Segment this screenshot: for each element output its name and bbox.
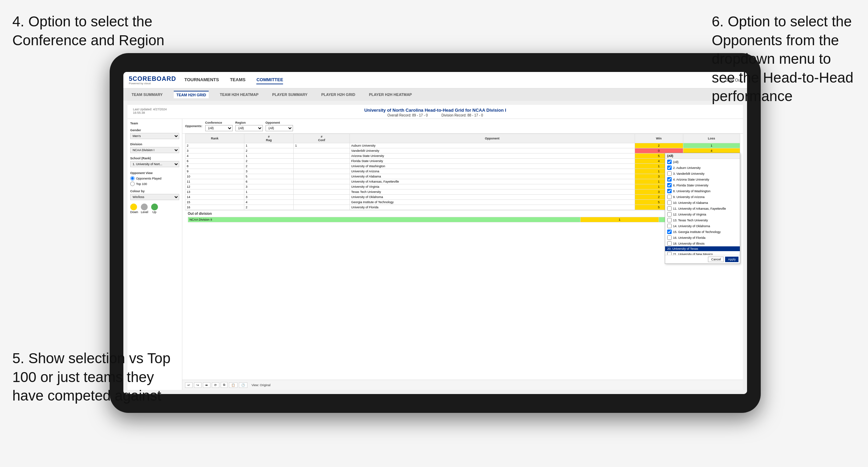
tablet-device: 5COREBOARD Powered by cloud TOURNAMENTS … (110, 53, 761, 413)
radio-group: Opponents Played Top 100 (130, 176, 179, 186)
table-area: Rank #Rag #Conf Opponent Win Loss (182, 134, 743, 380)
school-label: School (Rank) (130, 157, 179, 160)
dropdown-item-15[interactable]: 21. University of New Mexico (665, 251, 740, 255)
dropdown-item-1[interactable]: 2. Auburn University (665, 165, 740, 171)
apply-button[interactable]: Apply (725, 257, 738, 262)
table-row: 2 1 1 Auburn University 2 1 (185, 143, 740, 148)
nav-items: TOURNAMENTS TEAMS COMMITTEE (184, 76, 283, 84)
opponent-filter: Opponent (All) (266, 121, 293, 131)
col-opponent: Opponent (350, 134, 635, 143)
dropdown-item-2[interactable]: 3. Vanderbilt University (665, 171, 740, 176)
col-win: Win (635, 134, 683, 143)
dropdown-item-11[interactable]: 14. University of Oklahoma (665, 223, 740, 229)
dropdown-footer: Cancel Apply (665, 255, 740, 263)
gender-select[interactable]: Men's (130, 133, 179, 139)
right-content: Opponents: Conference (All) Region ( (182, 119, 743, 390)
conference-label: Conference (205, 121, 233, 124)
dropdown-item-5[interactable]: 8. University of Washington (665, 188, 740, 194)
panel-body: Team Gender Men's Division NCAA Division… (127, 119, 743, 390)
tablet-screen: 5COREBOARD Powered by cloud TOURNAMENTS … (123, 72, 747, 394)
h2h-table: Rank #Rag #Conf Opponent Win Loss (185, 134, 740, 210)
dropdown-item-4[interactable]: 6. Florida State University (665, 182, 740, 188)
tab-team-summary[interactable]: TEAM SUMMARY (129, 91, 166, 98)
bottom-toolbar: ↩ ↪ ⬅ ⟳ ⧉ 📋 🕐 View: Original (182, 380, 743, 390)
up-label: Up (151, 210, 158, 214)
toolbar-paste[interactable]: 📋 (229, 382, 237, 388)
team-label: Team (130, 122, 179, 125)
division-select[interactable]: NCAA Division I (130, 147, 179, 153)
dropdown-item-6[interactable]: 9. University of Arizona (665, 194, 740, 200)
col-rank: Rank (185, 134, 244, 143)
out-of-division-section: Out of division NCAA Division II 1 0 (185, 210, 740, 224)
dropdown-item-selected[interactable]: 20. University of Texas (665, 246, 740, 251)
tab-player-h2h-heatmap[interactable]: PLAYER H2H HEATMAP (366, 91, 415, 98)
tab-h2h-grid[interactable]: TEAM H2H GRID (174, 91, 209, 98)
toolbar-redo[interactable]: ↪ (194, 382, 201, 388)
col-conf: #Conf (294, 134, 350, 143)
panel-title: University of North Carolina Head-to-Hea… (174, 108, 696, 113)
down-color (130, 204, 137, 210)
out-of-division-title: Out of division (188, 212, 737, 216)
toolbar-refresh[interactable]: ⟳ (212, 382, 219, 388)
radio-opponents-played[interactable]: Opponents Played (130, 176, 179, 181)
main-content: Last Updated: 4/27/2024 16:55:38 Univers… (123, 101, 747, 394)
toolbar-clock[interactable]: 🕐 (239, 382, 247, 388)
dropdown-item-13[interactable]: 16. University of Florida (665, 235, 740, 241)
opponent-select[interactable]: (All) (266, 125, 293, 131)
colour-label: Colour by (130, 189, 179, 193)
table-row: 3 2 Vanderbilt University 0 4 (185, 148, 740, 153)
table-row: 6 2 Florida State University 4 2 (185, 159, 740, 164)
nav-tournaments[interactable]: TOURNAMENTS (184, 76, 219, 84)
logo-text: 5COREBOARD (129, 75, 176, 83)
division-label: Division (130, 143, 179, 146)
second-navigation: TEAM SUMMARY TEAM H2H GRID TEAM H2H HEAT… (123, 88, 747, 101)
opponent-filter-label: Opponent (266, 121, 293, 124)
toolbar-undo[interactable]: ↩ (185, 382, 193, 388)
view-label: View: Original (252, 383, 270, 387)
table-row: 15 4 Georgia Institute of Technology 5 0 (185, 200, 740, 205)
region-select[interactable]: (All) (235, 125, 263, 131)
dropdown-item-14[interactable]: 18. University of Illinois (665, 241, 740, 246)
filter-row: Opponents: Conference (All) Region ( (182, 119, 743, 134)
table-row: 9 3 University of Arizona 1 0 (185, 169, 740, 174)
tab-player-summary[interactable]: PLAYER SUMMARY (269, 91, 310, 98)
table-row: 11 6 University of Arkansas, Fayettevill… (185, 179, 740, 184)
table-row: 13 1 Texas Tech University 3 0 (185, 189, 740, 195)
tab-player-h2h-grid[interactable]: PLAYER H2H GRID (318, 91, 358, 98)
panel-header: Last Updated: 4/27/2024 16:55:38 Univers… (127, 105, 743, 119)
tab-h2h-heatmap[interactable]: TEAM H2H HEATMAP (217, 91, 261, 98)
cancel-button[interactable]: Cancel (708, 257, 724, 262)
radio-top-100[interactable]: Top 100 (130, 182, 179, 186)
sidebar-colour-by: Colour by Win/loss (130, 189, 179, 200)
annotation-top-left: 4. Option to select the Conference and R… (12, 12, 177, 50)
opponent-view-title: Opponent View (130, 171, 179, 175)
conference-select[interactable]: (All) (205, 125, 233, 131)
table-row: 14 3 University of Oklahoma 2 2 (185, 195, 740, 200)
dropdown-item-8[interactable]: 11. University of Arkansas, Fayetteville (665, 206, 740, 211)
nav-committee[interactable]: COMMITTEE (256, 76, 283, 84)
nav-teams[interactable]: TEAMS (230, 76, 246, 84)
sidebar-school: School (Rank) 1. University of Nort... (130, 157, 179, 167)
sidebar-team: Team (130, 122, 179, 125)
level-color (141, 204, 148, 210)
colour-select[interactable]: Win/loss (130, 194, 179, 200)
toolbar-copy[interactable]: ⧉ (221, 382, 228, 388)
dropdown-item-12[interactable]: 15. Georgia Institute of Technology (665, 229, 740, 235)
dropdown-item-3[interactable]: 4. Arizona State University (665, 176, 740, 182)
sidebar-opponent-view: Opponent View Opponents Played Top 100 (130, 171, 179, 186)
dropdown-item-9[interactable]: 12. University of Virginia (665, 211, 740, 217)
table-row: 4 1 Arizona State University 5 1 (185, 153, 740, 159)
ood-table: NCAA Division II 1 0 (188, 217, 737, 222)
dropdown-item-all[interactable]: (All) (665, 159, 740, 165)
inner-panel: Last Updated: 4/27/2024 16:55:38 Univers… (127, 105, 743, 390)
opponents-filter-label: Opponents: (185, 124, 203, 128)
toolbar-back[interactable]: ⬅ (203, 382, 210, 388)
overall-record: Overall Record: 89 - 17 - 0 (388, 113, 428, 117)
last-updated: Last Updated: 4/27/2024 16:55:38 (133, 108, 174, 114)
dropdown-item-7[interactable]: 10. University of Alabama (665, 200, 740, 206)
region-label: Region (235, 121, 263, 124)
logo-area: 5COREBOARD Powered by cloud (129, 75, 176, 85)
school-select[interactable]: 1. University of Nort... (130, 161, 179, 167)
color-legend: Down Level Up (130, 204, 179, 214)
dropdown-item-10[interactable]: 13. Texas Tech University (665, 217, 740, 223)
